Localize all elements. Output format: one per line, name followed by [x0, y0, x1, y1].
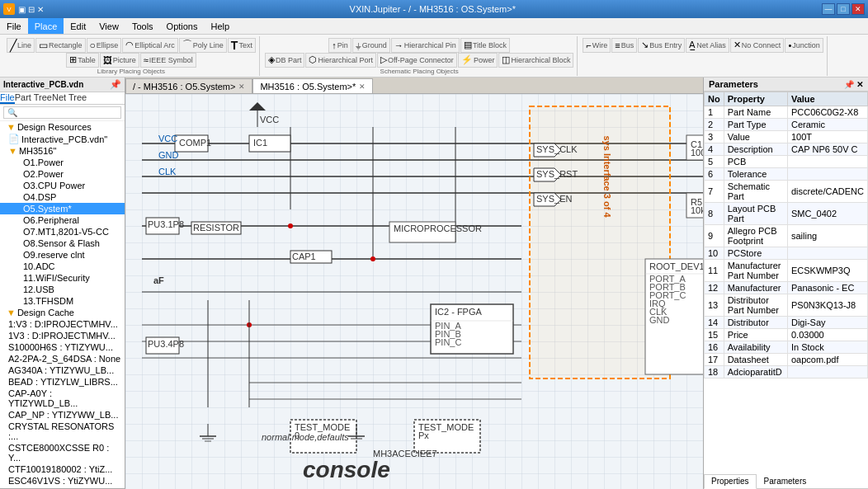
- params-row[interactable]: 1Part NamePCC06C0G2-X8: [705, 106, 868, 119]
- tree-cache-cap-np[interactable]: CAP_NP : YTIZYWW_LB...: [0, 409, 125, 421]
- tree-cache-ag[interactable]: AG340A : YTIZYWU_LB...: [0, 364, 125, 376]
- params-row[interactable]: 5PCB: [705, 156, 868, 168]
- tree-cache-1[interactable]: 1:V3 : D:IPROJECT\MHV...: [0, 318, 125, 330]
- tree-cache-s10[interactable]: S10000H6S : YTIZYWU...: [0, 341, 125, 353]
- params-row[interactable]: 13Distributor Part NumberPS0N3KQ13-J8: [705, 294, 868, 317]
- params-row[interactable]: 3Value100T: [705, 131, 868, 143]
- parameters-header: Parameters 📌 ✕: [704, 78, 868, 92]
- params-row[interactable]: 12ManufacturerPanasonic - EC: [705, 282, 868, 294]
- params-row[interactable]: 8Layout PCB PartSMC_0402: [705, 203, 868, 225]
- tool-bus-entry[interactable]: ↘Bus Entry: [638, 38, 685, 53]
- tree-o5-system[interactable]: O5.System*: [0, 203, 125, 214]
- menu-options[interactable]: Options: [160, 18, 205, 34]
- params-row[interactable]: 4DescriptionCAP NP6 50V C: [705, 143, 868, 156]
- maximize-button[interactable]: □: [837, 3, 850, 15]
- tab-net-tree[interactable]: Net Tree: [52, 92, 87, 104]
- tree-design-cache[interactable]: ▼ Design Cache: [0, 307, 125, 318]
- params-row[interactable]: 16AvailabilityIn Stock: [705, 341, 868, 354]
- tree-cache-ctf[interactable]: CTF10019180002 : YtiZ...: [0, 463, 125, 475]
- tree-cache-bead[interactable]: BEAD : YTIZYLW_LIBRS...: [0, 376, 125, 388]
- menu-edit[interactable]: Edit: [64, 18, 92, 34]
- tree-search-input[interactable]: [3, 106, 121, 119]
- tool-hierarchical-pin[interactable]: →Hierarchical Pin: [391, 38, 460, 53]
- tab-properties[interactable]: Properties: [704, 474, 757, 489]
- window-controls[interactable]: — □ ✕: [822, 3, 865, 15]
- tab-part-tree[interactable]: Part Tree: [15, 92, 52, 104]
- minimize-button[interactable]: —: [822, 3, 835, 15]
- tree-interactive-pcb[interactable]: 📄 Interactive_PCB.vdn": [0, 133, 125, 145]
- pin-icon: 📌 ✕: [844, 80, 863, 89]
- tool-hierarchical-port[interactable]: ⬡Hierarchical Port: [305, 53, 376, 68]
- tool-text[interactable]: T Text: [228, 38, 256, 53]
- tree-o2-power[interactable]: O2.Power: [0, 168, 125, 180]
- tree-12-usb[interactable]: 12.USB: [0, 284, 125, 295]
- tab-file[interactable]: File: [0, 92, 15, 104]
- tool-line[interactable]: ╱ Line: [7, 38, 35, 53]
- tree-cache-a2[interactable]: A2-2PA-2_S_64DSA : None: [0, 353, 125, 364]
- params-row[interactable]: 9Allegro PCB Footprintsailing: [705, 225, 868, 247]
- menu-file[interactable]: File: [0, 18, 28, 34]
- tree-cache-crystal1[interactable]: CRYSTAL RESONATORS :...: [0, 421, 125, 442]
- tool-no-connect[interactable]: ✕No Connect: [730, 38, 785, 53]
- params-cell-0: 4: [705, 143, 724, 156]
- params-row[interactable]: 18AdcioparatitD: [705, 366, 868, 379]
- tool-db-part[interactable]: ◈DB Part: [265, 53, 305, 68]
- params-row[interactable]: 7Schematic Partdiscrete/CADENC: [705, 181, 868, 203]
- tree-cache-cstce[interactable]: CSTCE8000XCSSE R0 : Y...: [0, 442, 125, 463]
- tree-11-wifi[interactable]: 11.WiFI/Security: [0, 272, 125, 284]
- tool-title-block[interactable]: ▤Title Block: [460, 38, 510, 53]
- params-cell-0: 18: [705, 366, 724, 379]
- params-row[interactable]: 6Tolerance: [705, 168, 868, 181]
- tool-ellipse[interactable]: ○ Ellipse: [87, 38, 122, 53]
- menu-view[interactable]: View: [92, 18, 125, 34]
- menu-place[interactable]: Place: [28, 18, 64, 34]
- params-row[interactable]: 11Manufacturer Part NumberECSKWMP3Q: [705, 260, 868, 282]
- params-row[interactable]: 14DistributorDigi-Say: [705, 317, 868, 329]
- tool-picture[interactable]: 🖼Picture: [100, 53, 139, 68]
- tree-o8[interactable]: O8.Sensor & Flash: [0, 237, 125, 249]
- tool-junction[interactable]: •Junction: [785, 38, 823, 53]
- tool-poly-line[interactable]: ⌒ Poly Line: [179, 38, 227, 53]
- schematic-canvas[interactable]: COMP1 IC1 sys Interface 3 of 4: [125, 94, 703, 489]
- tool-ieee-symbol[interactable]: ≈IEEE Symbol: [140, 53, 196, 68]
- tree-design-resources[interactable]: ▼ Design Resources: [0, 121, 125, 133]
- tool-off-page-connector[interactable]: ▷Off-Page Connector: [377, 53, 457, 68]
- tree-o9[interactable]: O9.reserve clnt: [0, 249, 125, 261]
- close-button[interactable]: ✕: [851, 3, 865, 15]
- tree-o7[interactable]: O7.MT1,8201-V5-CC: [0, 226, 125, 237]
- menu-help[interactable]: Help: [205, 18, 237, 34]
- canvas-tab-2-close[interactable]: ✕: [359, 82, 366, 91]
- tree-o1-power[interactable]: O1.Power: [0, 157, 125, 168]
- params-row[interactable]: 2Part TypeCeramic: [705, 119, 868, 131]
- tree-o4-dsp[interactable]: O4.DSP: [0, 191, 125, 203]
- params-row[interactable]: 17Datasheetoapcom.pdf: [705, 354, 868, 366]
- params-cell-1: Distributor: [724, 317, 787, 329]
- tree-cache-2[interactable]: 1V3 : D:IPROJECT\MHV...: [0, 330, 125, 341]
- canvas-tab-1[interactable]: / - MH3516 : O5.System> ✕: [125, 78, 252, 93]
- tree-13[interactable]: 13.TFHSDM: [0, 295, 125, 307]
- tree-cache-cap[interactable]: CAP-A0Y : YTIZYWLD_LB...: [0, 388, 125, 409]
- tool-hierarchical-block[interactable]: ◫Hierarchical Block: [498, 53, 573, 68]
- tool-rectangle[interactable]: ▭ Rectangle: [35, 38, 86, 53]
- tab-parameters[interactable]: Parameters: [757, 474, 814, 488]
- tool-pin[interactable]: ↑Pin: [328, 38, 351, 53]
- tool-ground[interactable]: ⏚Ground: [352, 38, 390, 53]
- params-row[interactable]: 15Price0.03000: [705, 329, 868, 341]
- tree-mh3516[interactable]: ▼ MH3516": [0, 145, 125, 157]
- canvas-tab-2[interactable]: MH3516 : O5.System>* ✕: [252, 78, 373, 93]
- tree-cache-esc[interactable]: ESC46V1VS : YtiZYWU...: [0, 475, 125, 487]
- tool-elliptical-arc[interactable]: ◠ Elliptical Arc: [122, 38, 178, 53]
- tree-item-label: BEAD : YTIZYLW_LIBRS...: [8, 377, 118, 387]
- tool-power[interactable]: ⚡Power: [458, 53, 498, 68]
- svg-text:GND: GND: [649, 315, 670, 325]
- tool-bus[interactable]: ≡Bus: [611, 38, 637, 53]
- tool-wire[interactable]: ⌐Wire: [583, 38, 611, 53]
- tree-o6-peripheral[interactable]: O6.Peripheral: [0, 214, 125, 226]
- tree-10-adc[interactable]: 10.ADC: [0, 261, 125, 272]
- canvas-tab-1-close[interactable]: ✕: [238, 82, 245, 91]
- tool-table[interactable]: ⊞Table: [66, 53, 99, 68]
- menu-tools[interactable]: Tools: [125, 18, 160, 34]
- tree-o3-cpu[interactable]: O3.CPU Power: [0, 180, 125, 191]
- params-row[interactable]: 10PCStore: [705, 247, 868, 260]
- tool-net-alias[interactable]: A̲Net Alias: [686, 38, 729, 53]
